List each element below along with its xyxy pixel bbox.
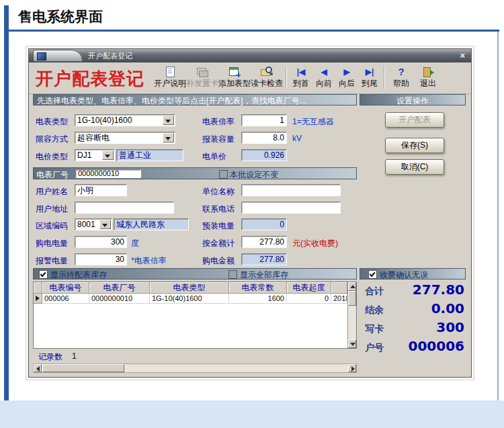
factory-no-label: 电表厂号	[36, 169, 69, 181]
dropdown-arrow-icon[interactable]	[99, 220, 111, 229]
add-meter-type-icon	[228, 67, 241, 77]
scroll-up-icon[interactable]	[348, 282, 356, 291]
app-icon	[37, 52, 46, 60]
batch-fixed-checkbox[interactable]	[219, 170, 228, 179]
column-header-meter-type[interactable]: 电表类型	[150, 282, 229, 294]
toolbar-label: 读卡检查	[251, 78, 283, 89]
phone-input[interactable]	[241, 202, 341, 214]
purchase-energy-input[interactable]: 300	[75, 236, 127, 248]
toolbar-button-go-previous[interactable]: ◀ 向前	[312, 65, 335, 91]
toolbar-label: 向前	[316, 78, 332, 89]
dialog-heading: 开户配表登记	[36, 67, 144, 91]
dialog-window: 开户配表登记 × 开户配表登记 开户说明 补发置卡 添加表型	[28, 48, 472, 378]
batch-fixed-label: 本批设定不变	[230, 169, 278, 181]
settings-header-label: 设置操作	[396, 95, 429, 107]
footer-band	[0, 400, 504, 428]
alarm-energy-input[interactable]: 30	[75, 253, 127, 265]
show-pending-checkbox[interactable]	[39, 270, 48, 279]
dropdown-arrow-icon[interactable]	[102, 151, 114, 160]
meter-ratio-note: 1=无互感器	[292, 116, 334, 128]
total-value: 277.80	[413, 282, 464, 298]
record-count-label: 记录数	[38, 351, 62, 363]
user-name-label: 用户姓名	[36, 186, 68, 198]
dropdown-arrow-icon[interactable]	[163, 116, 174, 125]
save-button[interactable]: 保存(S)	[385, 138, 444, 153]
table-row[interactable]: 000006 0000000010 1G-10(40)1600 1600 0 2…	[34, 294, 347, 304]
scroll-down-icon[interactable]	[348, 339, 356, 348]
go-next-icon: ▶	[341, 67, 353, 77]
toolbar: 开户配表登记 开户说明 补发置卡 添加表型 读卡检查	[29, 62, 471, 94]
toolbar-button-account-instructions[interactable]: 开户说明	[154, 65, 186, 91]
balance-value: 0.00	[431, 300, 464, 316]
go-previous-icon: ◀	[318, 67, 330, 77]
toolbar-label: 到尾	[362, 78, 378, 89]
table-horizontal-scrollbar[interactable]	[33, 363, 357, 373]
table-vertical-scrollbar[interactable]	[347, 282, 356, 348]
factory-no-input[interactable]: 0000000010	[75, 169, 141, 178]
price-type-label: 电价类型	[36, 151, 68, 163]
toolbar-label: 向后	[339, 78, 355, 89]
fee-confirm-bar: 收费确认无误	[360, 268, 466, 280]
inventory-table: 电表编号 电表厂号 电表类型 电表常数 电表起度 000006 00000000…	[33, 282, 357, 349]
org-name-input[interactable]	[241, 184, 341, 196]
user-name-input[interactable]: 小明	[75, 184, 127, 196]
toolbar-button-go-next[interactable]: ▶ 向后	[335, 65, 358, 91]
read-card-check-icon	[261, 67, 273, 77]
reissue-card-icon	[196, 67, 208, 77]
vertical-scroll-thumb[interactable]	[348, 291, 356, 306]
toolbar-button-go-last[interactable]: ▶| 到尾	[358, 65, 381, 91]
toolbar-button-reissue-card[interactable]: 补发置卡	[186, 65, 218, 91]
hint-text: 先选择电表类型、电表倍率、电价类型等后点击[开户配表]，查找电表厂号...	[37, 95, 306, 107]
toolbar-button-go-first[interactable]: |◀ 到首	[290, 65, 312, 91]
toolbar-button-read-card-check[interactable]: 读卡检查	[251, 65, 283, 91]
phone-label: 联系电话	[202, 204, 235, 215]
price-name-value: 普通工业	[119, 151, 181, 160]
alarm-energy-value: 30	[77, 255, 124, 264]
assign-meter-button[interactable]: 开户配表	[385, 112, 444, 128]
column-header-meter-no[interactable]: 电表编号	[42, 282, 89, 294]
toolbar-label: 到首	[293, 78, 309, 89]
address-input[interactable]	[75, 202, 174, 214]
cancel-button[interactable]: 取消(C)	[385, 159, 444, 175]
fee-confirm-checkbox[interactable]	[368, 270, 377, 279]
limit-mode-select[interactable]: 超容断电	[75, 132, 175, 144]
capacity-input[interactable]: 8.0	[241, 132, 287, 144]
by-amount-note: 元(实收电费)	[292, 238, 338, 249]
by-amount-label: 按金额计	[202, 238, 235, 249]
write-card-value: 300	[436, 319, 464, 335]
preset-energy-field: 0	[241, 218, 287, 230]
scroll-left-icon[interactable]	[34, 364, 42, 372]
user-name-value: 小明	[77, 185, 124, 195]
inventory-filter-bar: 显示待配表库存 显示全部库存	[33, 268, 357, 280]
capacity-unit-note: kV	[292, 134, 302, 143]
column-header-meter-start[interactable]: 电表起度	[287, 282, 331, 294]
dropdown-arrow-icon[interactable]	[163, 133, 174, 142]
purchase-energy-unit-note: 度	[131, 238, 139, 249]
unit-price-value: 0.926	[244, 151, 284, 160]
show-all-checkbox[interactable]	[228, 270, 237, 279]
limit-mode-value: 超容断电	[77, 133, 163, 142]
meter-ratio-value: 1	[244, 116, 284, 125]
limit-mode-label: 限容方式	[36, 134, 68, 145]
horizontal-scroll-thumb[interactable]	[42, 364, 124, 372]
price-type-select[interactable]: DJ1	[75, 149, 115, 161]
toolbar-button-add-meter-type[interactable]: 添加表型	[218, 65, 251, 91]
price-type-value: DJ1	[77, 151, 102, 160]
scroll-right-icon[interactable]	[348, 364, 356, 372]
price-name-field: 普通工业	[116, 149, 183, 161]
meter-type-select[interactable]: 1G-10(40)1600	[75, 114, 175, 126]
area-code-select[interactable]: 8001	[75, 218, 112, 230]
by-amount-input[interactable]: 277.80	[241, 236, 287, 248]
dialog-titlebar[interactable]: 开户配表登记 ×	[29, 49, 471, 63]
factory-no-bar: 电表厂号 0000000010 本批设定不变	[33, 167, 357, 179]
left-accent-bar	[4, 5, 9, 400]
column-header-factory-no[interactable]: 电表厂号	[89, 282, 150, 294]
right-accent-line	[497, 32, 499, 400]
toolbar-button-help[interactable]: ? 帮助	[388, 65, 415, 91]
settings-header-bar: 设置操作	[360, 94, 466, 105]
toolbar-button-exit[interactable]: 退出	[415, 65, 442, 91]
close-button[interactable]: ×	[460, 50, 465, 60]
hint-bar: 先选择电表类型、电表倍率、电价类型等后点击[开户配表]，查找电表厂号...	[33, 94, 357, 105]
meter-ratio-input[interactable]: 1	[241, 114, 287, 126]
column-header-meter-constant[interactable]: 电表常数	[229, 282, 287, 294]
